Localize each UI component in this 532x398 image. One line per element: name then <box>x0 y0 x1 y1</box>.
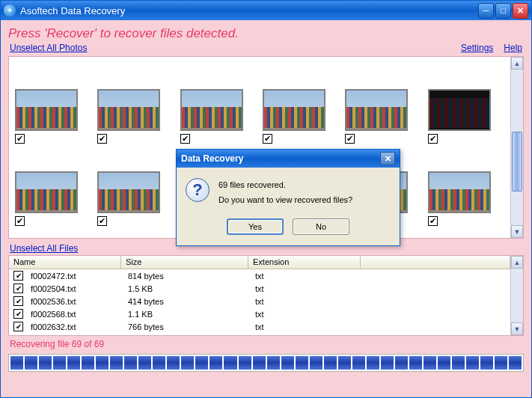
dialog-line1: 69 files recovered. <box>218 178 352 193</box>
thumbnail-image[interactable] <box>345 89 408 131</box>
file-checkbox[interactable]: ✔ <box>13 271 23 281</box>
thumbnail-image[interactable] <box>180 89 243 131</box>
progress-segment <box>352 356 365 370</box>
scroll-up-arrow-icon[interactable]: ▲ <box>511 57 523 70</box>
progress-segment <box>367 356 379 370</box>
progress-segment <box>509 356 522 370</box>
dialog-line2: Do you want to view recovered files? <box>218 193 352 208</box>
progress-segment <box>25 356 37 370</box>
file-checkbox[interactable]: ✔ <box>13 284 23 293</box>
table-row[interactable]: ✔f0002504.txt1.5 KBtxt <box>9 282 510 295</box>
thumbnail-image[interactable] <box>15 89 78 131</box>
photo-checkbox[interactable]: ✔ <box>428 134 438 144</box>
progress-segment <box>153 356 165 370</box>
dialog-titlebar: Data Recovery ✕ <box>177 150 400 168</box>
unselect-all-photos-link[interactable]: Unselect All Photos <box>10 43 87 53</box>
files-table-body: ✔f0002472.txt814 bytestxt✔f0002504.txt1.… <box>9 269 510 333</box>
progress-segment <box>167 356 180 370</box>
photo-checkbox[interactable]: ✔ <box>180 134 190 144</box>
photo-thumb[interactable]: ✔ <box>342 61 424 144</box>
col-header-name[interactable]: Name <box>9 256 121 269</box>
thumbnail-image[interactable] <box>263 89 325 131</box>
hint-text: Press 'Recover' to recover files detecte… <box>1 20 531 43</box>
maximize-button[interactable]: □ <box>495 3 511 19</box>
progress-segment <box>210 356 222 370</box>
settings-link[interactable]: Settings <box>461 43 493 53</box>
file-checkbox[interactable]: ✔ <box>13 309 23 319</box>
progress-segment <box>96 356 108 370</box>
scroll-down-arrow-icon[interactable]: ▼ <box>511 225 523 238</box>
dialog-close-button[interactable]: ✕ <box>380 152 395 165</box>
photo-thumb[interactable]: ✔ <box>425 61 507 144</box>
progress-segment <box>438 356 450 370</box>
thumbnail-image[interactable] <box>97 171 160 213</box>
minimize-button[interactable]: ─ <box>478 3 494 19</box>
titlebar: + Asoftech Data Recovery ─ □ ✕ <box>1 1 531 20</box>
thumbnail-image[interactable] <box>97 89 160 131</box>
photo-thumb[interactable] <box>12 226 94 238</box>
unselect-all-files-link[interactable]: Unselect All Files <box>10 243 78 254</box>
photo-checkbox[interactable]: ✔ <box>428 216 438 226</box>
progress-segment <box>82 356 94 370</box>
progress-segment <box>424 356 436 370</box>
progress-segment <box>310 356 322 370</box>
progress-segment <box>253 356 266 370</box>
photos-scrollbar[interactable]: ▲ ▼ <box>510 57 523 238</box>
cell-size: 1.5 KB <box>123 284 251 294</box>
files-scrollbar[interactable]: ▲ ▼ <box>510 256 523 335</box>
col-header-size[interactable]: Size <box>121 256 248 269</box>
help-link[interactable]: Help <box>504 43 522 53</box>
thumbnail-image[interactable] <box>15 171 78 213</box>
scroll-down-arrow-icon[interactable]: ▼ <box>511 322 523 335</box>
table-row[interactable]: ✔f0002632.txt766 bytestxt <box>9 320 510 333</box>
photo-checkbox[interactable]: ✔ <box>15 134 25 144</box>
scroll-handle[interactable] <box>512 132 522 192</box>
thumbnail-image[interactable] <box>428 89 491 131</box>
scroll-track[interactable] <box>511 70 523 225</box>
progress-segment <box>195 356 208 370</box>
scroll-track[interactable] <box>511 269 523 322</box>
progress-segment <box>409 356 422 370</box>
progress-segment <box>338 356 351 370</box>
photo-thumb[interactable]: ✔ <box>177 61 260 144</box>
files-panel: Name Size Extension ✔f0002472.txt814 byt… <box>8 255 524 336</box>
photo-checkbox[interactable]: ✔ <box>97 216 107 226</box>
photo-thumb[interactable]: ✔ <box>94 144 177 226</box>
photo-thumb[interactable]: ✔ <box>94 61 177 144</box>
cell-name: f0002568.txt <box>26 309 123 319</box>
col-header-extension[interactable]: Extension <box>248 256 361 269</box>
no-button[interactable]: No <box>293 218 349 235</box>
dialog-message: 69 files recovered. Do you want to view … <box>218 178 352 208</box>
recovery-dialog: Data Recovery ✕ ? 69 files recovered. Do… <box>176 149 400 246</box>
close-button[interactable]: ✕ <box>513 3 528 19</box>
progress-segment <box>281 356 294 370</box>
photo-thumb[interactable]: ✔ <box>12 144 94 226</box>
photo-thumb[interactable]: ✔ <box>260 61 342 144</box>
file-checkbox[interactable]: ✔ <box>13 296 23 306</box>
cell-name: f0002472.txt <box>26 271 123 281</box>
file-checkbox[interactable]: ✔ <box>13 322 23 331</box>
files-table: Name Size Extension ✔f0002472.txt814 byt… <box>9 256 510 335</box>
progress-segment <box>224 356 236 370</box>
photo-checkbox[interactable]: ✔ <box>345 134 355 144</box>
thumbnail-image[interactable] <box>428 171 491 213</box>
cell-name: f0002632.txt <box>26 322 123 332</box>
cell-ext: txt <box>251 271 363 281</box>
photo-thumb[interactable]: ✔ <box>12 61 94 144</box>
table-row[interactable]: ✔f0002536.txt414 bytestxt <box>9 295 510 307</box>
progress-segment <box>138 356 151 370</box>
cell-ext: txt <box>251 322 363 332</box>
table-row[interactable]: ✔f0002472.txt814 bytestxt <box>9 269 510 282</box>
progress-segment <box>53 356 66 370</box>
photo-checkbox[interactable]: ✔ <box>15 216 25 226</box>
photo-checkbox[interactable]: ✔ <box>97 134 107 144</box>
photo-thumb[interactable]: ✔ <box>425 144 507 226</box>
yes-button[interactable]: Yes <box>227 218 284 235</box>
table-row[interactable]: ✔f0002568.txt1.1 KBtxt <box>9 307 510 320</box>
cell-size: 766 bytes <box>123 322 251 332</box>
cell-ext: txt <box>251 284 363 294</box>
progress-segment <box>110 356 123 370</box>
photo-checkbox[interactable]: ✔ <box>263 134 272 144</box>
scroll-up-arrow-icon[interactable]: ▲ <box>511 256 523 269</box>
cell-ext: txt <box>251 296 363 307</box>
